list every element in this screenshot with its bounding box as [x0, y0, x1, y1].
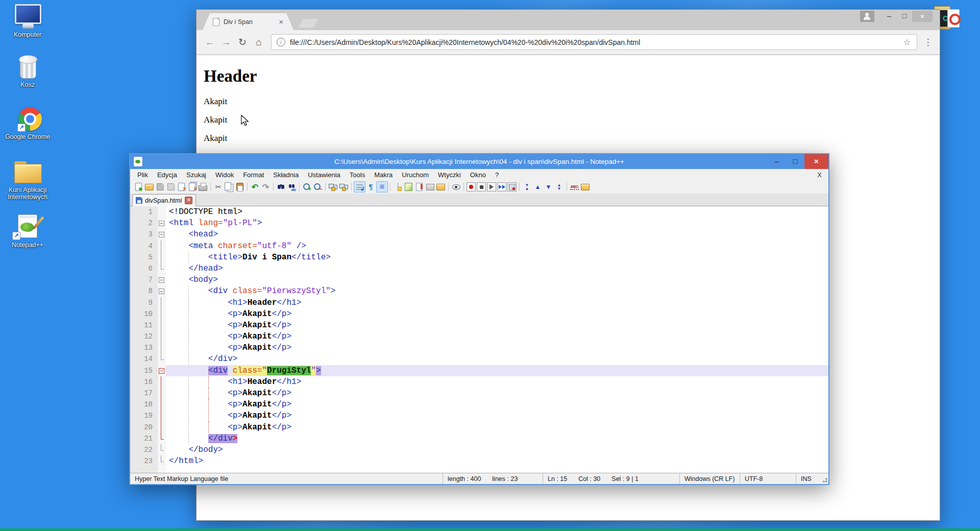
notepad-minimize-button[interactable]: – — [768, 154, 786, 169]
fold-toggle-icon[interactable] — [158, 274, 166, 285]
save-macro-icon[interactable] — [507, 182, 517, 191]
code-line[interactable]: 17 <p>Akapit</p> — [130, 388, 828, 399]
print-icon[interactable] — [198, 182, 208, 192]
menu-plik[interactable]: Plik — [133, 171, 153, 179]
close-all-icon[interactable] — [187, 182, 197, 192]
code-line[interactable]: 11 <p>Akapit</p> — [130, 320, 828, 331]
fold-down-icon[interactable] — [544, 182, 553, 192]
menu-ustawienia[interactable]: Ustawienia — [303, 171, 345, 179]
resize-grip[interactable] — [820, 473, 828, 484]
url-text[interactable]: file:///C:/Users/Admin/Desktop/Kurs%20Ap… — [290, 38, 902, 46]
tab-close-icon[interactable]: × — [279, 18, 283, 26]
browser-tab[interactable]: Div i Span × — [203, 13, 293, 30]
word-wrap-icon[interactable] — [354, 181, 365, 192]
menu-format[interactable]: Format — [238, 171, 268, 179]
code-line[interactable]: 21 </div> — [130, 433, 828, 444]
cut-icon[interactable] — [213, 182, 223, 192]
copy-icon[interactable] — [224, 182, 234, 192]
redo-icon[interactable] — [261, 182, 271, 192]
new-file-icon[interactable] — [134, 182, 143, 192]
fold-up-icon[interactable] — [533, 182, 543, 192]
browser-menu-icon[interactable]: ⋮ — [922, 37, 934, 47]
menu-uruchom[interactable]: Uruchom — [397, 171, 433, 179]
desktop-icon-kurs-aplikacji-internetowych[interactable]: Kurs Aplikacji Internetowych — [2, 159, 53, 201]
save-icon[interactable] — [155, 182, 165, 192]
fold-toggle-icon[interactable] — [158, 218, 166, 229]
notepad-maximize-button[interactable]: □ — [786, 154, 804, 169]
menu-edycja[interactable]: Edycja — [153, 171, 182, 179]
code-line[interactable]: 10 <p>Akapit</p> — [130, 308, 828, 320]
project-icon[interactable] — [580, 182, 590, 192]
forward-icon[interactable]: → — [219, 37, 233, 48]
code-line[interactable]: 23</html> — [130, 455, 828, 467]
page-info-icon[interactable]: i — [277, 38, 285, 46]
app-icon-red[interactable] — [947, 9, 960, 28]
eye-icon[interactable] — [451, 182, 461, 192]
save-all-icon[interactable] — [166, 182, 176, 192]
menu-składnia[interactable]: Składnia — [268, 171, 303, 179]
document-close-button[interactable]: X — [817, 171, 822, 179]
function-list-icon[interactable] — [404, 182, 413, 192]
browser-maximize-button[interactable]: □ — [897, 11, 912, 22]
home-icon[interactable]: ⌂ — [252, 37, 266, 48]
desktop-icon-kosz[interactable]: Kosz — [2, 54, 53, 88]
indent-guide-icon[interactable] — [393, 182, 403, 192]
doc-map-icon[interactable] — [414, 182, 424, 192]
zoom-in-icon[interactable] — [302, 182, 312, 192]
reload-icon[interactable]: ↻ — [235, 36, 250, 48]
menu-szukaj[interactable]: Szukaj — [182, 171, 211, 179]
document-tab-close-icon[interactable]: × — [185, 197, 192, 204]
undo-icon[interactable] — [250, 182, 260, 192]
fold-toggle-icon[interactable] — [158, 285, 166, 297]
back-icon[interactable]: ← — [203, 37, 217, 48]
code-line[interactable]: 18 <p>Akapit</p> — [130, 399, 828, 410]
folder-ws-icon[interactable] — [436, 182, 446, 192]
code-editor[interactable]: 1<!DOCTYPE html>2<html lang="pl-PL">3 <h… — [130, 206, 828, 473]
menu-wtyczki[interactable]: Wtyczki — [433, 171, 465, 179]
code-line[interactable]: 4 <meta charset="utf-8" /> — [130, 240, 828, 252]
desktop-icon-google-chrome[interactable]: ↗Google Chrome — [2, 107, 53, 140]
menu-makra[interactable]: Makra — [370, 171, 397, 179]
code-line[interactable]: 13 <p>Akapit</p> — [130, 342, 828, 353]
bookmark-star-icon[interactable]: ☆ — [903, 37, 911, 47]
paste-icon[interactable] — [235, 182, 244, 192]
code-line[interactable]: 7 <body> — [130, 274, 828, 285]
show-all-chars-icon[interactable] — [376, 181, 388, 192]
open-icon[interactable] — [144, 182, 154, 192]
show-paragraph-icon[interactable] — [366, 182, 376, 192]
record-macro-icon[interactable] — [467, 182, 476, 191]
replace-icon[interactable] — [287, 182, 297, 192]
zoom-out-icon[interactable] — [313, 182, 323, 192]
code-line[interactable]: 6 </head> — [130, 263, 828, 274]
code-line[interactable]: 1<!DOCTYPE html> — [130, 206, 828, 218]
sync-h-icon[interactable] — [339, 182, 349, 192]
code-line[interactable]: 2<html lang="pl-PL"> — [130, 218, 828, 229]
desktop-icon-notepad-plus-plus[interactable]: ↗Notepad++ — [2, 214, 53, 249]
doc-switcher-icon[interactable] — [425, 182, 435, 192]
code-line[interactable]: 22 </body> — [130, 444, 828, 455]
url-bar[interactable]: i file:///C:/Users/Admin/Desktop/Kurs%20… — [271, 34, 917, 50]
desktop-icon-komputer[interactable]: Komputer — [2, 4, 53, 38]
menu-?[interactable]: ? — [491, 171, 503, 179]
stop-macro-icon[interactable] — [477, 182, 486, 191]
code-line[interactable]: 20 <p>Akapit</p> — [130, 422, 828, 433]
menu-okno[interactable]: Okno — [465, 171, 491, 179]
run-multi-icon[interactable] — [497, 182, 506, 191]
menu-widok[interactable]: Widok — [211, 171, 238, 179]
code-line[interactable]: 15 <div class="DrugiStyl"> — [130, 365, 828, 376]
profile-icon[interactable] — [860, 11, 874, 22]
code-line[interactable]: 16 <h1>Header</h1> — [130, 376, 828, 388]
spell-check-icon[interactable] — [570, 182, 579, 192]
play-macro-icon[interactable] — [487, 182, 496, 191]
code-line[interactable]: 14 </div> — [130, 353, 828, 365]
menu-tools[interactable]: Tools — [345, 171, 370, 179]
code-line[interactable]: 3 <head> — [130, 229, 828, 240]
browser-close-button[interactable]: × — [912, 11, 933, 22]
notepad-close-button[interactable]: × — [804, 154, 828, 169]
code-line[interactable]: 12 <p>Akapit</p> — [130, 331, 828, 342]
code-line[interactable]: 8 <div class="PierwszyStyl"> — [130, 285, 828, 297]
unfold-all-icon[interactable] — [554, 182, 564, 192]
code-line[interactable]: 9 <h1>Header</h1> — [130, 297, 828, 308]
new-tab-button[interactable] — [298, 19, 318, 28]
document-tab[interactable]: divSpan.html × — [132, 194, 196, 206]
